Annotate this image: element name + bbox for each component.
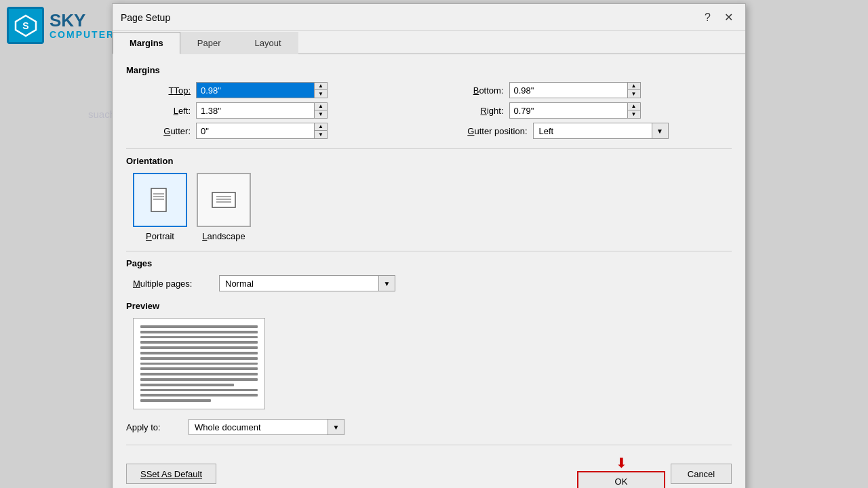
right-up-btn[interactable]: ▲: [628, 103, 640, 110]
apply-label: Apply to:: [126, 422, 180, 432]
left-spinner: ▲ ▼: [196, 102, 328, 119]
set-default-button[interactable]: SSet As Default: [126, 464, 216, 484]
landscape-icon-box: [197, 173, 251, 227]
gutter-input[interactable]: [196, 123, 315, 139]
bottom-spinner-buttons: ▲ ▼: [628, 82, 641, 98]
pages-section: Pages Multiple pages: Normal ▼: [126, 258, 732, 291]
preview-line-1: [140, 325, 258, 328]
cancel-button[interactable]: Cancel: [671, 464, 732, 484]
gutter-pos-label: Gutter position:: [446, 126, 528, 136]
apply-to-dropdown-btn[interactable]: ▼: [328, 420, 344, 434]
left-label: Left:: [133, 106, 191, 116]
top-label: TTop:: [133, 85, 191, 96]
bottom-down-btn[interactable]: ▼: [628, 90, 640, 98]
right-input[interactable]: [509, 102, 628, 119]
gutter-pos-dropdown-btn[interactable]: ▼: [652, 123, 668, 138]
left-down-btn[interactable]: ▼: [315, 110, 327, 118]
top-up-btn[interactable]: ▲: [315, 83, 327, 90]
ok-button[interactable]: OK: [577, 471, 665, 488]
preview-line-7: [140, 357, 258, 360]
gutter-label: Gutter:: [133, 126, 191, 136]
pages-title: Pages: [126, 258, 732, 268]
top-spinner: ▲ ▼: [196, 82, 328, 98]
logo-computer-text: COMPUTER: [50, 29, 115, 40]
orientation-buttons: Portrait Landscape: [133, 173, 732, 241]
preview-line-12: [140, 384, 234, 386]
orientation-title: Orientation: [126, 156, 732, 166]
multiple-pages-dropdown-btn[interactable]: ▼: [378, 276, 395, 291]
preview-line-11: [140, 378, 258, 381]
landscape-label: Landscape: [202, 231, 245, 241]
preview-line-8: [140, 363, 258, 365]
apply-row: Apply to: Whole document ▼: [126, 419, 732, 435]
tab-margins[interactable]: Margins: [113, 32, 180, 54]
margins-section-title: Margins: [126, 65, 732, 75]
ok-arrow-icon: ⬇: [616, 456, 627, 470]
right-buttons: ⬇ OK Cancel: [577, 456, 732, 488]
preview-line-2: [140, 331, 258, 333]
portrait-button[interactable]: Portrait: [133, 173, 187, 241]
left-margin-row: Left: ▲ ▼: [133, 102, 419, 119]
page-setup-dialog: Page Setup ? ✕ Margins Paper Layout Marg…: [112, 3, 746, 488]
top-down-btn[interactable]: ▼: [315, 90, 327, 98]
gutter-pos-row: Gutter position: Left ▼: [446, 123, 732, 139]
svg-text:S: S: [22, 20, 28, 31]
tab-layout[interactable]: Layout: [238, 32, 298, 54]
preview-box: [133, 318, 265, 409]
preview-title: Preview: [126, 301, 732, 311]
top-spinner-buttons: ▲ ▼: [315, 82, 328, 98]
landscape-button[interactable]: Landscape: [197, 173, 251, 241]
right-margin-row: Right: ▲ ▼: [446, 102, 732, 119]
top-margin-row: TTop: ▲ ▼: [133, 82, 419, 98]
close-button[interactable]: ✕: [720, 9, 737, 25]
bottom-up-btn[interactable]: ▲: [628, 83, 640, 90]
tab-bar: Margins Paper Layout: [113, 31, 745, 54]
left-up-btn[interactable]: ▲: [315, 103, 327, 110]
svg-rect-2: [151, 188, 166, 211]
portrait-label: Portrait: [146, 231, 174, 241]
ok-wrapper: ⬇ OK: [577, 456, 665, 488]
preview-line-14: [140, 394, 258, 396]
logo-icon: S: [7, 7, 44, 44]
right-spinner: ▲ ▼: [509, 102, 641, 119]
dialog-title: Page Setup: [121, 12, 170, 23]
orientation-section: Orientation Portrait: [126, 156, 732, 241]
logo-text: SKY COMPUTER: [50, 12, 115, 40]
preview-line-4: [140, 341, 258, 344]
landscape-icon: [210, 186, 238, 214]
title-bar-controls: ? ✕: [701, 9, 737, 25]
title-bar: Page Setup ? ✕: [113, 4, 745, 31]
left-input[interactable]: [196, 102, 315, 119]
left-spinner-buttons: ▲ ▼: [315, 102, 328, 119]
multiple-pages-dropdown[interactable]: Normal ▼: [219, 275, 395, 291]
bottom-margin-row: Bottom: ▲ ▼: [446, 82, 732, 98]
gutter-pos-value: Left: [534, 125, 652, 138]
margins-grid: TTop: ▲ ▼ Bottom: ▲: [133, 82, 732, 139]
apply-to-dropdown[interactable]: Whole document ▼: [189, 419, 344, 435]
logo-area: S SKY COMPUTER: [7, 7, 115, 44]
divider-2: [126, 251, 732, 251]
gutter-up-btn[interactable]: ▲: [315, 123, 327, 131]
gutter-down-btn[interactable]: ▼: [315, 131, 327, 138]
top-input[interactable]: [196, 82, 315, 98]
bottom-input[interactable]: [509, 82, 628, 98]
dialog-content: Margins TTop: ▲ ▼ Bottom:: [113, 54, 745, 488]
portrait-icon-box: [133, 173, 187, 227]
portrait-icon: [146, 186, 174, 214]
right-spinner-buttons: ▲ ▼: [628, 102, 641, 119]
logo-sky-text: SKY: [50, 12, 115, 29]
gutter-spinner-buttons: ▲ ▼: [315, 123, 328, 139]
bottom-spinner: ▲ ▼: [509, 82, 641, 98]
right-down-btn[interactable]: ▼: [628, 110, 640, 118]
preview-line-15: [140, 399, 211, 402]
help-button[interactable]: ?: [701, 10, 715, 25]
preview-section: Preview: [126, 301, 732, 409]
preview-line-13: [140, 389, 258, 392]
preview-line-9: [140, 367, 258, 370]
apply-to-value: Whole document: [189, 421, 328, 434]
gutter-spinner: ▲ ▼: [196, 123, 328, 139]
preview-line-3: [140, 336, 258, 339]
tab-paper[interactable]: Paper: [180, 32, 238, 54]
svg-rect-6: [212, 192, 235, 207]
gutter-pos-dropdown[interactable]: Left ▼: [533, 123, 669, 139]
